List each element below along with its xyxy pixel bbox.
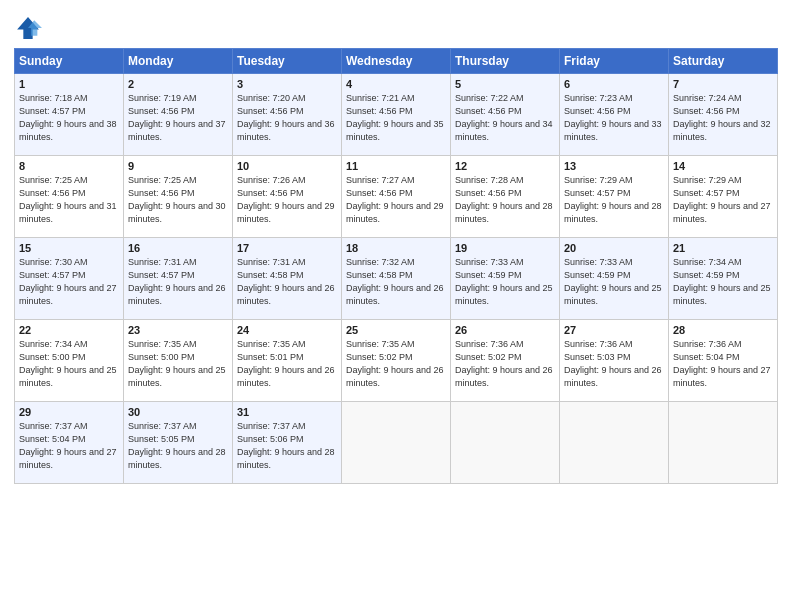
day-number: 26 [455, 324, 555, 336]
day-number: 7 [673, 78, 773, 90]
day-number: 24 [237, 324, 337, 336]
day-info: Sunrise: 7:31 AMSunset: 4:58 PMDaylight:… [237, 256, 337, 308]
calendar-header: SundayMondayTuesdayWednesdayThursdayFrid… [15, 49, 778, 74]
day-number: 16 [128, 242, 228, 254]
day-cell: 9 Sunrise: 7:25 AMSunset: 4:56 PMDayligh… [124, 156, 233, 238]
day-cell: 6 Sunrise: 7:23 AMSunset: 4:56 PMDayligh… [560, 74, 669, 156]
day-number: 17 [237, 242, 337, 254]
day-number: 29 [19, 406, 119, 418]
header-cell-sunday: Sunday [15, 49, 124, 74]
logo [14, 14, 46, 42]
header-cell-monday: Monday [124, 49, 233, 74]
header-cell-wednesday: Wednesday [342, 49, 451, 74]
day-number: 14 [673, 160, 773, 172]
day-number: 28 [673, 324, 773, 336]
day-info: Sunrise: 7:25 AMSunset: 4:56 PMDaylight:… [19, 174, 119, 226]
day-cell [342, 402, 451, 484]
day-info: Sunrise: 7:22 AMSunset: 4:56 PMDaylight:… [455, 92, 555, 144]
week-row-5: 29 Sunrise: 7:37 AMSunset: 5:04 PMDaylig… [15, 402, 778, 484]
day-number: 15 [19, 242, 119, 254]
day-number: 9 [128, 160, 228, 172]
day-cell: 11 Sunrise: 7:27 AMSunset: 4:56 PMDaylig… [342, 156, 451, 238]
day-cell: 31 Sunrise: 7:37 AMSunset: 5:06 PMDaylig… [233, 402, 342, 484]
week-row-1: 1 Sunrise: 7:18 AMSunset: 4:57 PMDayligh… [15, 74, 778, 156]
day-cell: 13 Sunrise: 7:29 AMSunset: 4:57 PMDaylig… [560, 156, 669, 238]
day-info: Sunrise: 7:28 AMSunset: 4:56 PMDaylight:… [455, 174, 555, 226]
day-info: Sunrise: 7:21 AMSunset: 4:56 PMDaylight:… [346, 92, 446, 144]
day-info: Sunrise: 7:29 AMSunset: 4:57 PMDaylight:… [673, 174, 773, 226]
day-info: Sunrise: 7:32 AMSunset: 4:58 PMDaylight:… [346, 256, 446, 308]
day-number: 6 [564, 78, 664, 90]
day-cell: 25 Sunrise: 7:35 AMSunset: 5:02 PMDaylig… [342, 320, 451, 402]
day-info: Sunrise: 7:30 AMSunset: 4:57 PMDaylight:… [19, 256, 119, 308]
day-cell: 19 Sunrise: 7:33 AMSunset: 4:59 PMDaylig… [451, 238, 560, 320]
day-number: 25 [346, 324, 446, 336]
day-cell: 17 Sunrise: 7:31 AMSunset: 4:58 PMDaylig… [233, 238, 342, 320]
day-info: Sunrise: 7:37 AMSunset: 5:04 PMDaylight:… [19, 420, 119, 472]
day-info: Sunrise: 7:36 AMSunset: 5:03 PMDaylight:… [564, 338, 664, 390]
day-cell [669, 402, 778, 484]
day-info: Sunrise: 7:19 AMSunset: 4:56 PMDaylight:… [128, 92, 228, 144]
day-cell: 28 Sunrise: 7:36 AMSunset: 5:04 PMDaylig… [669, 320, 778, 402]
day-number: 31 [237, 406, 337, 418]
day-cell: 10 Sunrise: 7:26 AMSunset: 4:56 PMDaylig… [233, 156, 342, 238]
day-info: Sunrise: 7:23 AMSunset: 4:56 PMDaylight:… [564, 92, 664, 144]
day-cell: 29 Sunrise: 7:37 AMSunset: 5:04 PMDaylig… [15, 402, 124, 484]
day-info: Sunrise: 7:33 AMSunset: 4:59 PMDaylight:… [455, 256, 555, 308]
day-info: Sunrise: 7:18 AMSunset: 4:57 PMDaylight:… [19, 92, 119, 144]
day-cell: 27 Sunrise: 7:36 AMSunset: 5:03 PMDaylig… [560, 320, 669, 402]
day-number: 4 [346, 78, 446, 90]
day-number: 19 [455, 242, 555, 254]
day-cell: 14 Sunrise: 7:29 AMSunset: 4:57 PMDaylig… [669, 156, 778, 238]
day-cell: 12 Sunrise: 7:28 AMSunset: 4:56 PMDaylig… [451, 156, 560, 238]
day-number: 8 [19, 160, 119, 172]
day-info: Sunrise: 7:36 AMSunset: 5:02 PMDaylight:… [455, 338, 555, 390]
day-cell: 15 Sunrise: 7:30 AMSunset: 4:57 PMDaylig… [15, 238, 124, 320]
header-cell-thursday: Thursday [451, 49, 560, 74]
day-info: Sunrise: 7:35 AMSunset: 5:00 PMDaylight:… [128, 338, 228, 390]
main-container: SundayMondayTuesdayWednesdayThursdayFrid… [0, 0, 792, 492]
day-info: Sunrise: 7:24 AMSunset: 4:56 PMDaylight:… [673, 92, 773, 144]
week-row-4: 22 Sunrise: 7:34 AMSunset: 5:00 PMDaylig… [15, 320, 778, 402]
day-cell: 20 Sunrise: 7:33 AMSunset: 4:59 PMDaylig… [560, 238, 669, 320]
day-number: 11 [346, 160, 446, 172]
calendar-table: SundayMondayTuesdayWednesdayThursdayFrid… [14, 48, 778, 484]
header-row: SundayMondayTuesdayWednesdayThursdayFrid… [15, 49, 778, 74]
day-cell: 1 Sunrise: 7:18 AMSunset: 4:57 PMDayligh… [15, 74, 124, 156]
day-info: Sunrise: 7:35 AMSunset: 5:02 PMDaylight:… [346, 338, 446, 390]
day-number: 18 [346, 242, 446, 254]
day-info: Sunrise: 7:27 AMSunset: 4:56 PMDaylight:… [346, 174, 446, 226]
week-row-3: 15 Sunrise: 7:30 AMSunset: 4:57 PMDaylig… [15, 238, 778, 320]
day-cell: 22 Sunrise: 7:34 AMSunset: 5:00 PMDaylig… [15, 320, 124, 402]
day-number: 10 [237, 160, 337, 172]
day-info: Sunrise: 7:25 AMSunset: 4:56 PMDaylight:… [128, 174, 228, 226]
day-number: 2 [128, 78, 228, 90]
header-cell-friday: Friday [560, 49, 669, 74]
day-number: 20 [564, 242, 664, 254]
day-number: 3 [237, 78, 337, 90]
day-info: Sunrise: 7:34 AMSunset: 5:00 PMDaylight:… [19, 338, 119, 390]
day-info: Sunrise: 7:35 AMSunset: 5:01 PMDaylight:… [237, 338, 337, 390]
day-info: Sunrise: 7:33 AMSunset: 4:59 PMDaylight:… [564, 256, 664, 308]
header-cell-tuesday: Tuesday [233, 49, 342, 74]
day-number: 5 [455, 78, 555, 90]
day-cell: 5 Sunrise: 7:22 AMSunset: 4:56 PMDayligh… [451, 74, 560, 156]
day-cell: 4 Sunrise: 7:21 AMSunset: 4:56 PMDayligh… [342, 74, 451, 156]
day-number: 22 [19, 324, 119, 336]
day-cell: 7 Sunrise: 7:24 AMSunset: 4:56 PMDayligh… [669, 74, 778, 156]
day-info: Sunrise: 7:20 AMSunset: 4:56 PMDaylight:… [237, 92, 337, 144]
logo-icon [14, 14, 42, 42]
day-cell: 23 Sunrise: 7:35 AMSunset: 5:00 PMDaylig… [124, 320, 233, 402]
day-cell: 30 Sunrise: 7:37 AMSunset: 5:05 PMDaylig… [124, 402, 233, 484]
header [14, 10, 778, 42]
day-cell: 16 Sunrise: 7:31 AMSunset: 4:57 PMDaylig… [124, 238, 233, 320]
day-number: 1 [19, 78, 119, 90]
day-cell [560, 402, 669, 484]
day-cell: 24 Sunrise: 7:35 AMSunset: 5:01 PMDaylig… [233, 320, 342, 402]
day-cell [451, 402, 560, 484]
day-info: Sunrise: 7:26 AMSunset: 4:56 PMDaylight:… [237, 174, 337, 226]
day-cell: 21 Sunrise: 7:34 AMSunset: 4:59 PMDaylig… [669, 238, 778, 320]
week-row-2: 8 Sunrise: 7:25 AMSunset: 4:56 PMDayligh… [15, 156, 778, 238]
day-number: 27 [564, 324, 664, 336]
day-number: 13 [564, 160, 664, 172]
